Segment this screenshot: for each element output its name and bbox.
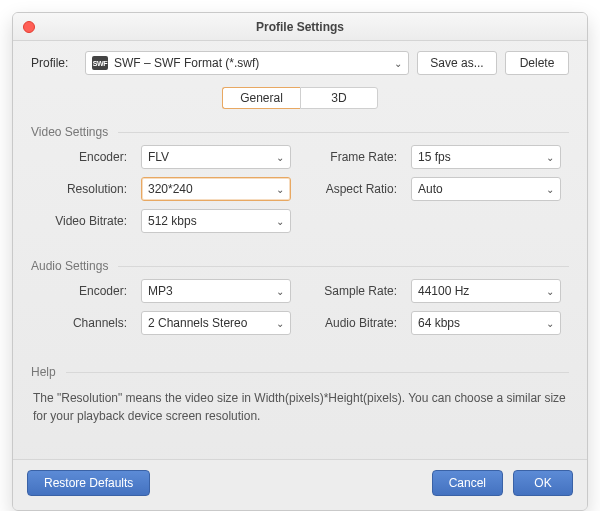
- frame-rate-value: 15 fps: [418, 150, 451, 164]
- audio-bitrate-select[interactable]: 64 kbps ⌄: [411, 311, 561, 335]
- cancel-button[interactable]: Cancel: [432, 470, 503, 496]
- aspect-ratio-select[interactable]: Auto ⌄: [411, 177, 561, 201]
- delete-button[interactable]: Delete: [505, 51, 569, 75]
- audio-encoder-select[interactable]: MP3 ⌄: [141, 279, 291, 303]
- sample-rate-select[interactable]: 44100 Hz ⌄: [411, 279, 561, 303]
- aspect-ratio-value: Auto: [418, 182, 443, 196]
- channels-label: Channels:: [35, 316, 127, 330]
- titlebar: Profile Settings: [13, 13, 587, 41]
- swf-icon: SWF: [92, 56, 108, 70]
- video-encoder-select[interactable]: FLV ⌄: [141, 145, 291, 169]
- audio-bitrate-value: 64 kbps: [418, 316, 460, 330]
- chevron-down-icon: ⌄: [546, 286, 554, 297]
- video-encoder-value: FLV: [148, 150, 169, 164]
- ok-button[interactable]: OK: [513, 470, 573, 496]
- chevron-down-icon: ⌄: [546, 152, 554, 163]
- channels-value: 2 Channels Stereo: [148, 316, 247, 330]
- chevron-down-icon: ⌄: [394, 58, 402, 69]
- help-group-label: Help: [31, 365, 569, 379]
- audio-settings-group-label: Audio Settings: [31, 259, 569, 273]
- chevron-down-icon: ⌄: [276, 184, 284, 195]
- help-text: The "Resolution" means the video size in…: [31, 385, 569, 445]
- chevron-down-icon: ⌄: [546, 184, 554, 195]
- window-title: Profile Settings: [256, 20, 344, 34]
- chevron-down-icon: ⌄: [276, 318, 284, 329]
- resolution-label: Resolution:: [35, 182, 127, 196]
- tab-general[interactable]: General: [222, 87, 300, 109]
- resolution-select[interactable]: 320*240 ⌄: [141, 177, 291, 201]
- chevron-down-icon: ⌄: [276, 286, 284, 297]
- profile-select-value: SWF – SWF Format (*.swf): [114, 56, 259, 70]
- tab-3d[interactable]: 3D: [300, 87, 378, 109]
- audio-encoder-label: Encoder:: [35, 284, 127, 298]
- video-settings-group-label: Video Settings: [31, 125, 569, 139]
- tabs: General 3D: [31, 87, 569, 109]
- profile-label: Profile:: [31, 56, 77, 70]
- video-encoder-label: Encoder:: [35, 150, 127, 164]
- video-bitrate-select[interactable]: 512 kbps ⌄: [141, 209, 291, 233]
- frame-rate-select[interactable]: 15 fps ⌄: [411, 145, 561, 169]
- resolution-value: 320*240: [148, 182, 193, 196]
- profile-settings-window: Profile Settings Profile: SWF SWF – SWF …: [12, 12, 588, 511]
- aspect-ratio-label: Aspect Ratio:: [305, 182, 397, 196]
- audio-bitrate-label: Audio Bitrate:: [305, 316, 397, 330]
- save-as-button[interactable]: Save as...: [417, 51, 497, 75]
- chevron-down-icon: ⌄: [276, 216, 284, 227]
- channels-select[interactable]: 2 Channels Stereo ⌄: [141, 311, 291, 335]
- audio-encoder-value: MP3: [148, 284, 173, 298]
- chevron-down-icon: ⌄: [276, 152, 284, 163]
- close-icon[interactable]: [23, 21, 35, 33]
- sample-rate-label: Sample Rate:: [305, 284, 397, 298]
- video-bitrate-value: 512 kbps: [148, 214, 197, 228]
- sample-rate-value: 44100 Hz: [418, 284, 469, 298]
- video-bitrate-label: Video Bitrate:: [35, 214, 127, 228]
- chevron-down-icon: ⌄: [546, 318, 554, 329]
- frame-rate-label: Frame Rate:: [305, 150, 397, 164]
- profile-select[interactable]: SWF SWF – SWF Format (*.swf) ⌄: [85, 51, 409, 75]
- restore-defaults-button[interactable]: Restore Defaults: [27, 470, 150, 496]
